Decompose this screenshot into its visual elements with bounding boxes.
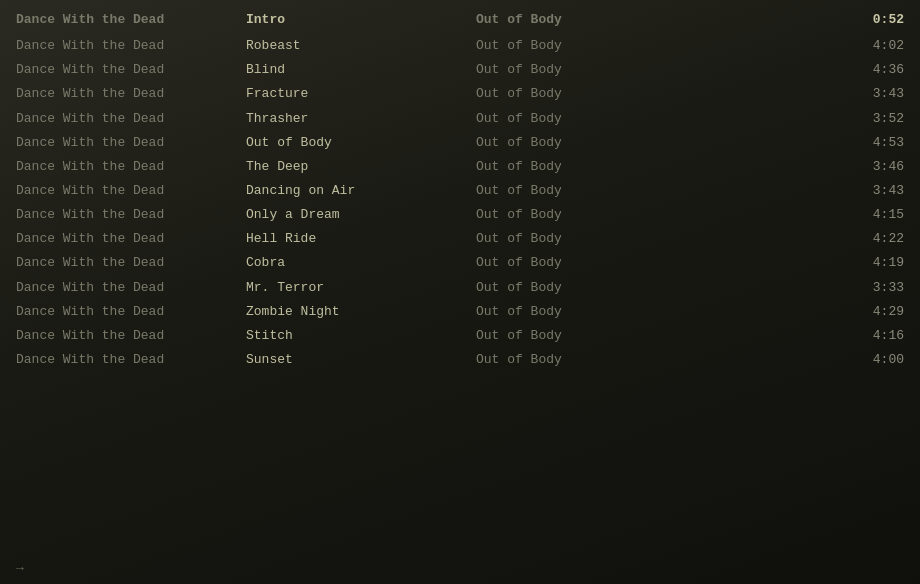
table-row[interactable]: Dance With the DeadCobraOut of Body4:19 — [0, 251, 920, 275]
track-album: Out of Body — [476, 133, 706, 153]
table-row[interactable]: Dance With the DeadThrasherOut of Body3:… — [0, 107, 920, 131]
track-artist: Dance With the Dead — [16, 181, 246, 201]
track-title: Mr. Terror — [246, 278, 476, 298]
header-album: Out of Body — [476, 10, 706, 30]
track-duration: 3:33 — [706, 278, 904, 298]
table-row[interactable]: Dance With the DeadOut of BodyOut of Bod… — [0, 131, 920, 155]
track-album: Out of Body — [476, 302, 706, 322]
track-album: Out of Body — [476, 278, 706, 298]
table-row[interactable]: Dance With the DeadMr. TerrorOut of Body… — [0, 276, 920, 300]
track-list: Dance With the Dead Intro Out of Body 0:… — [0, 0, 920, 380]
track-album: Out of Body — [476, 205, 706, 225]
track-album: Out of Body — [476, 326, 706, 346]
table-header: Dance With the Dead Intro Out of Body 0:… — [0, 8, 920, 32]
track-artist: Dance With the Dead — [16, 350, 246, 370]
header-artist: Dance With the Dead — [16, 10, 246, 30]
track-artist: Dance With the Dead — [16, 36, 246, 56]
track-artist: Dance With the Dead — [16, 326, 246, 346]
track-title: Out of Body — [246, 133, 476, 153]
track-artist: Dance With the Dead — [16, 229, 246, 249]
track-duration: 4:29 — [706, 302, 904, 322]
table-row[interactable]: Dance With the DeadZombie NightOut of Bo… — [0, 300, 920, 324]
table-row[interactable]: Dance With the DeadStitchOut of Body4:16 — [0, 324, 920, 348]
header-intro: Intro — [246, 10, 476, 30]
track-title: Fracture — [246, 84, 476, 104]
track-duration: 3:43 — [706, 181, 904, 201]
track-album: Out of Body — [476, 60, 706, 80]
track-artist: Dance With the Dead — [16, 133, 246, 153]
track-duration: 4:22 — [706, 229, 904, 249]
track-title: Stitch — [246, 326, 476, 346]
header-duration: 0:52 — [706, 10, 904, 30]
table-row[interactable]: Dance With the DeadOnly a DreamOut of Bo… — [0, 203, 920, 227]
track-artist: Dance With the Dead — [16, 109, 246, 129]
track-album: Out of Body — [476, 157, 706, 177]
table-row[interactable]: Dance With the DeadHell RideOut of Body4… — [0, 227, 920, 251]
table-row[interactable]: Dance With the DeadThe DeepOut of Body3:… — [0, 155, 920, 179]
track-artist: Dance With the Dead — [16, 60, 246, 80]
track-duration: 4:15 — [706, 205, 904, 225]
table-row[interactable]: Dance With the DeadFractureOut of Body3:… — [0, 82, 920, 106]
track-duration: 4:19 — [706, 253, 904, 273]
track-duration: 4:00 — [706, 350, 904, 370]
track-album: Out of Body — [476, 350, 706, 370]
track-duration: 3:46 — [706, 157, 904, 177]
track-title: Only a Dream — [246, 205, 476, 225]
track-artist: Dance With the Dead — [16, 253, 246, 273]
track-artist: Dance With the Dead — [16, 278, 246, 298]
track-title: The Deep — [246, 157, 476, 177]
track-album: Out of Body — [476, 36, 706, 56]
track-duration: 4:02 — [706, 36, 904, 56]
track-artist: Dance With the Dead — [16, 84, 246, 104]
track-album: Out of Body — [476, 109, 706, 129]
track-title: Zombie Night — [246, 302, 476, 322]
track-duration: 3:43 — [706, 84, 904, 104]
track-title: Blind — [246, 60, 476, 80]
track-album: Out of Body — [476, 229, 706, 249]
track-artist: Dance With the Dead — [16, 205, 246, 225]
track-title: Dancing on Air — [246, 181, 476, 201]
track-duration: 4:36 — [706, 60, 904, 80]
track-duration: 4:53 — [706, 133, 904, 153]
track-album: Out of Body — [476, 181, 706, 201]
track-artist: Dance With the Dead — [16, 157, 246, 177]
table-row[interactable]: Dance With the DeadBlindOut of Body4:36 — [0, 58, 920, 82]
track-title: Cobra — [246, 253, 476, 273]
track-title: Thrasher — [246, 109, 476, 129]
track-duration: 4:16 — [706, 326, 904, 346]
track-duration: 3:52 — [706, 109, 904, 129]
track-title: Sunset — [246, 350, 476, 370]
track-album: Out of Body — [476, 253, 706, 273]
track-title: Hell Ride — [246, 229, 476, 249]
track-title: Robeast — [246, 36, 476, 56]
table-row[interactable]: Dance With the DeadRobeastOut of Body4:0… — [0, 34, 920, 58]
table-row[interactable]: Dance With the DeadSunsetOut of Body4:00 — [0, 348, 920, 372]
track-album: Out of Body — [476, 84, 706, 104]
table-row[interactable]: Dance With the DeadDancing on AirOut of … — [0, 179, 920, 203]
track-artist: Dance With the Dead — [16, 302, 246, 322]
bottom-arrow: → — [16, 561, 24, 576]
